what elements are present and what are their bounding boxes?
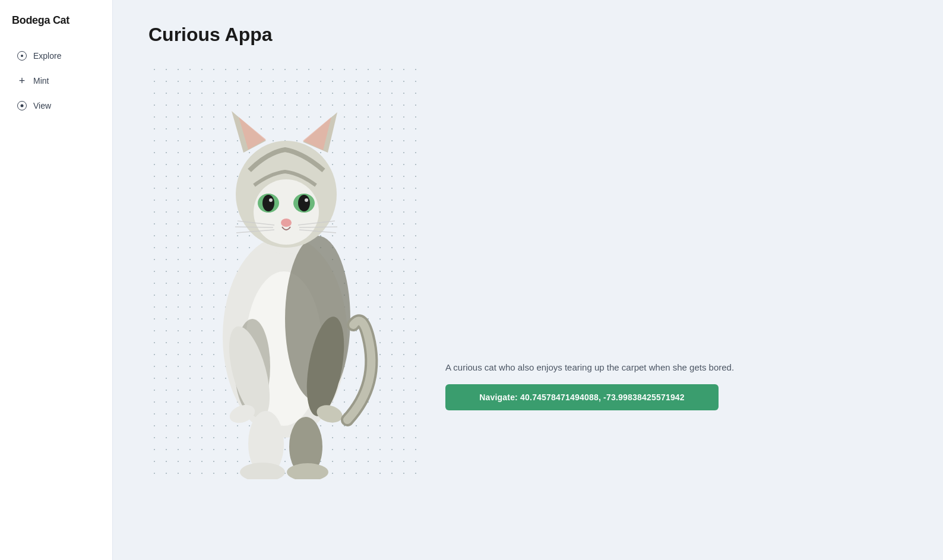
plus-icon	[17, 75, 27, 86]
sidebar-item-mint-label: Mint	[33, 76, 49, 86]
svg-line-30	[299, 227, 337, 227]
sidebar-item-view-label: View	[33, 101, 51, 110]
page-title: Curious Appa	[148, 24, 907, 46]
compass-icon	[17, 50, 27, 61]
cat-description: A curious cat who also enjoys tearing up…	[445, 360, 907, 375]
svg-point-23	[269, 198, 273, 202]
info-panel: A curious cat who also enjoys tearing up…	[445, 64, 907, 410]
sidebar-item-mint[interactable]: Mint	[5, 69, 107, 92]
svg-point-24	[305, 198, 308, 202]
sidebar-item-explore[interactable]: Explore	[5, 45, 107, 67]
svg-point-11	[287, 463, 328, 479]
svg-line-27	[235, 227, 273, 227]
cat-image	[178, 75, 392, 479]
svg-point-21	[262, 195, 274, 211]
circle-dot-icon	[17, 100, 27, 111]
app-title: Bodega Cat	[0, 14, 112, 43]
navigate-button[interactable]: Navigate: 40.74578471494088, -73.9983842…	[445, 384, 719, 410]
cat-image-container	[148, 64, 422, 479]
svg-point-22	[298, 195, 310, 211]
main-content: Curious Appa	[113, 0, 943, 560]
svg-point-25	[281, 219, 292, 227]
sidebar: Bodega Cat Explore Mint View	[0, 0, 113, 560]
content-area: A curious cat who also enjoys tearing up…	[148, 64, 907, 479]
sidebar-item-view[interactable]: View	[5, 94, 107, 117]
svg-point-14	[254, 179, 319, 245]
sidebar-item-explore-label: Explore	[33, 51, 61, 61]
